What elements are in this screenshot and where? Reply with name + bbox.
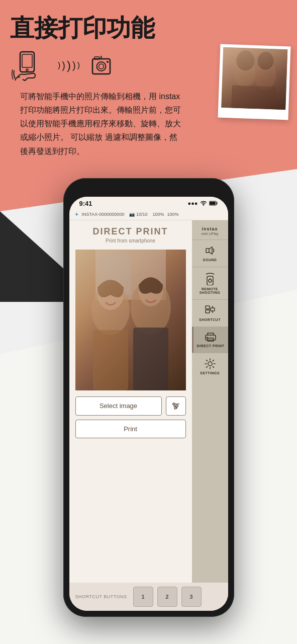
battery-level: 100% (152, 212, 164, 217)
filter-icon (171, 403, 180, 410)
battery-percent: 100% (167, 212, 178, 217)
svg-point-22 (131, 280, 171, 335)
app-connection-header: ✦ INSTAX-0000000000 📷 10/10 100% 100% (69, 209, 228, 220)
shortcut-btn-1[interactable]: 1 (133, 587, 153, 607)
app-main-title: DIRECT PRINT (75, 226, 186, 237)
device-name: INSTAX-0000000000 (82, 212, 125, 217)
instax-sub-text: mini LiPlay (195, 232, 225, 235)
svg-point-35 (209, 279, 212, 282)
wifi-icon (200, 201, 207, 206)
photo-svg (75, 250, 186, 390)
app-right-sidebar: instax mini LiPlay SOUND (192, 220, 228, 583)
svg-point-21 (91, 285, 130, 335)
status-time: 9:41 (79, 200, 92, 207)
sound-label: SOUND (203, 258, 217, 262)
sidebar-item-settings[interactable]: SETTINGS (192, 353, 228, 380)
page-wrapper: 直接打印功能 ) ) ) ) ) (0, 0, 297, 644)
svg-point-32 (174, 407, 176, 409)
phone-notch (119, 184, 179, 197)
sidebar-item-shortcut[interactable]: SHORTCUT (192, 299, 228, 327)
sidebar-logo: instax mini LiPlay (192, 220, 228, 239)
wifi-waves: ) ) ) ) ) (58, 58, 80, 72)
svg-point-23 (97, 280, 124, 310)
shortcut-btn-2[interactable]: 2 (157, 587, 177, 607)
sidebar-item-sound[interactable]: SOUND (192, 239, 228, 267)
signal-icon: ●●● (188, 200, 198, 206)
svg-rect-20 (101, 255, 131, 295)
app-left-panel: DIRECT PRINT Print from smartphone (69, 220, 192, 583)
svg-rect-19 (95, 250, 166, 300)
svg-point-13 (236, 50, 255, 71)
svg-point-30 (173, 403, 175, 405)
phone-screen: 9:41 ●●● ✦ INSTAX-0000000000 (69, 197, 228, 611)
svg-rect-34 (207, 276, 213, 285)
app-main-content: DIRECT PRINT Print from smartphone (69, 220, 228, 583)
polaroid-photo (218, 44, 290, 120)
direct-print-icon (205, 332, 217, 342)
status-icons: ●●● (188, 200, 218, 206)
svg-rect-26 (133, 328, 168, 390)
page-title: 直接打印功能 (10, 15, 287, 42)
svg-point-44 (207, 337, 208, 338)
bluetooth-icon: ✦ (74, 211, 79, 218)
svg-point-24 (139, 278, 163, 306)
svg-rect-33 (206, 249, 209, 253)
svg-rect-43 (208, 338, 214, 341)
film-count: 📷 10/10 (129, 212, 147, 217)
sound-icon (205, 245, 216, 256)
app-subtitle: Print from smartphone (75, 238, 186, 244)
svg-point-5 (99, 64, 104, 69)
shortcut-bar: SHORTCUT BUTTONS 1 2 3 (69, 583, 228, 611)
settings-label: SETTINGS (200, 371, 220, 375)
print-button[interactable]: Print (75, 420, 186, 438)
sidebar-item-remote-shooting[interactable]: REMOTESHOOTING (192, 267, 228, 299)
svg-point-15 (203, 205, 204, 206)
shortcut-icon (205, 305, 216, 316)
svg-point-11 (253, 59, 276, 90)
svg-rect-12 (231, 85, 276, 109)
instax-camera-icon (87, 52, 115, 79)
svg-rect-25 (93, 330, 128, 390)
svg-point-4 (97, 62, 106, 71)
app-title-area: DIRECT PRINT Print from smartphone (75, 226, 186, 244)
select-image-button[interactable]: Select image (75, 396, 162, 416)
svg-rect-38 (206, 310, 210, 313)
filter-button[interactable] (166, 396, 186, 416)
battery-icon (209, 201, 218, 206)
shortcut-buttons-label: SHORTCUT BUTTONS (75, 594, 127, 599)
svg-point-45 (208, 362, 212, 366)
svg-point-31 (176, 405, 178, 407)
instax-logo-text: instax (195, 226, 225, 231)
svg-point-14 (257, 51, 274, 70)
settings-icon (205, 358, 216, 369)
direct-print-label: DIRECT PRINT (197, 344, 225, 348)
app-buttons: Select image (75, 396, 186, 438)
status-bar: 9:41 ●●● (69, 197, 228, 209)
remote-icon (205, 272, 216, 285)
phone-mockup-container: 9:41 ●●● ✦ INSTAX-0000000000 (0, 178, 297, 617)
svg-rect-1 (22, 54, 32, 67)
svg-point-7 (107, 61, 109, 63)
svg-rect-6 (94, 57, 100, 59)
shortcut-label: SHORTCUT (199, 318, 221, 321)
phone-hand-icon (10, 49, 50, 82)
select-image-row: Select image (75, 396, 186, 416)
svg-point-2 (26, 69, 28, 71)
svg-point-10 (234, 59, 257, 88)
phone-outer: 9:41 ●●● ✦ INSTAX-0000000000 (63, 178, 234, 617)
svg-rect-39 (211, 308, 215, 311)
svg-rect-17 (210, 202, 216, 205)
shortcut-btn-3[interactable]: 3 (181, 587, 202, 607)
photo-display (75, 250, 186, 390)
remote-shooting-label: REMOTESHOOTING (200, 287, 220, 294)
svg-rect-9 (221, 47, 287, 110)
polaroid-photo-inner (221, 47, 287, 110)
svg-rect-37 (206, 306, 210, 309)
svg-rect-18 (75, 250, 186, 390)
sidebar-item-direct-print[interactable]: DIRECT PRINT (192, 327, 228, 353)
polaroid-photo-svg (221, 47, 287, 110)
description-text: 可將智能手機中的照片傳輸到相機，用 instax 打印功能將照片打印出來。傳輸照… (10, 90, 191, 158)
